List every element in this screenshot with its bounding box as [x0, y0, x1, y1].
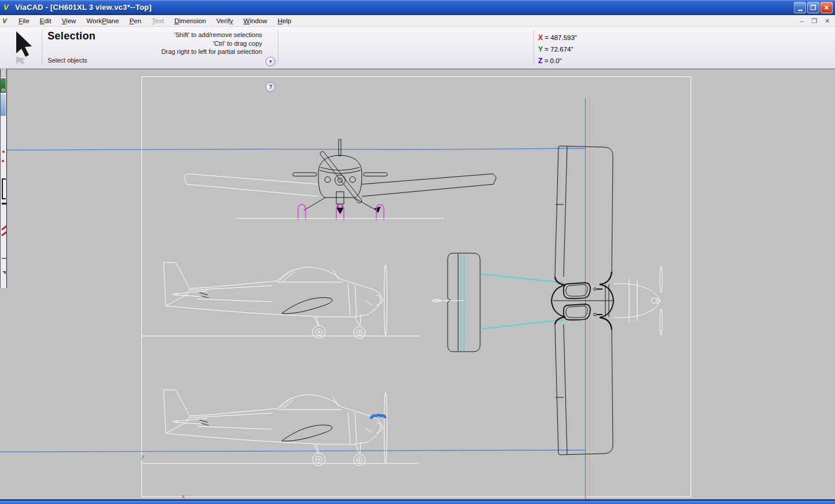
- coordinate-z: Z= 0.0": [538, 55, 577, 67]
- sheet-border: [142, 77, 691, 497]
- left-toolbar-fragment[interactable]: [2, 178, 6, 199]
- title-bar[interactable]: V ViaCAD - [CH601XL 3 view.vc3*--Top] ❐ …: [0, 0, 835, 15]
- left-toolbar-strip[interactable]: G: [0, 69, 7, 288]
- construction-lines-blue[interactable]: [0, 98, 586, 500]
- menu-file[interactable]: File: [13, 16, 35, 25]
- drawing-viewport[interactable]: y x: [0, 69, 835, 499]
- coordinate-value: = 0.0": [544, 57, 562, 64]
- construction-hline-top: [7, 148, 585, 150]
- exhaust-detail-blue: [371, 415, 385, 418]
- left-toolbar-button-g[interactable]: G: [1, 78, 6, 93]
- side-view-middle[interactable]: [141, 262, 419, 338]
- restore-button[interactable]: ❐: [807, 2, 819, 13]
- tool-hint-line: Drag right to left for partial selection: [99, 48, 262, 56]
- coordinate-value: = 72.674": [544, 46, 573, 53]
- selection-cursor-icon: [13, 31, 38, 67]
- coordinate-axis-label: Y: [538, 45, 543, 53]
- left-toolbar-fragment[interactable]: [2, 258, 6, 259]
- mdi-child-icon[interactable]: V: [2, 17, 10, 25]
- menu-text[interactable]: Text: [147, 16, 169, 25]
- left-toolbar-button[interactable]: [1, 70, 6, 77]
- menu-window[interactable]: Window: [238, 16, 273, 25]
- viacad-window: y x: [0, 0, 835, 504]
- mdi-minimize-button[interactable]: –: [797, 17, 806, 24]
- left-toolbar-fragment[interactable]: [2, 151, 5, 153]
- left-toolbar-fragment[interactable]: [2, 160, 4, 162]
- tool-title: Selection: [48, 30, 96, 42]
- construction-hline-bottom: [0, 450, 585, 452]
- axis-label-y: y: [141, 452, 144, 459]
- side-view-bottom[interactable]: [141, 390, 419, 466]
- help-button[interactable]: ?: [266, 82, 275, 92]
- drawing-canvas[interactable]: y x: [0, 70, 835, 500]
- close-button[interactable]: ✕: [821, 2, 833, 13]
- app-icon: V: [3, 3, 13, 12]
- coordinate-axis-label: X: [538, 34, 543, 42]
- coordinate-y: Y= 72.674": [538, 43, 577, 55]
- mdi-close-button[interactable]: ✕: [823, 17, 832, 25]
- mdi-restore-button[interactable]: ❐: [810, 17, 819, 25]
- menu-pen[interactable]: Pen: [124, 16, 146, 25]
- left-toolbar-button-blue[interactable]: [1, 94, 6, 116]
- tool-hint-line: 'Shift' to add/remove selections: [99, 31, 262, 39]
- top-view[interactable]: [432, 146, 662, 455]
- left-toolbar-fragment[interactable]: [1, 231, 6, 236]
- left-toolbar-fragment[interactable]: [1, 225, 6, 230]
- minimize-button[interactable]: [794, 2, 806, 13]
- coordinate-axis-label: Z: [538, 57, 543, 65]
- tool-info-panel: Selection Select objects 'Shift' to add/…: [0, 27, 835, 69]
- menu-verify[interactable]: Verify: [211, 16, 238, 25]
- menu-view[interactable]: View: [56, 16, 81, 25]
- front-view[interactable]: [184, 140, 496, 220]
- menu-help[interactable]: Help: [273, 16, 297, 25]
- coordinate-readout: X= 487.593"Y= 72.674"Z= 0.0": [538, 32, 577, 67]
- expand-options-button[interactable]: ▼: [266, 57, 275, 67]
- coordinate-x: X= 487.593": [538, 32, 577, 43]
- axis-label-x: x: [181, 492, 185, 499]
- tool-hint-line: 'Ctrl' to drag copy: [99, 39, 262, 48]
- menu-workplane[interactable]: WorkPlane: [81, 16, 124, 25]
- tool-description: Select objects: [48, 57, 87, 64]
- window-title: ViaCAD - [CH601XL 3 view.vc3*--Top]: [15, 3, 152, 12]
- panel-separator: [278, 30, 278, 65]
- menu-bar: V FileEditViewWorkPlanePenTextDimensionV…: [0, 15, 835, 27]
- menu-edit[interactable]: Edit: [35, 16, 57, 25]
- coordinate-value: = 487.593": [544, 34, 577, 41]
- panel-separator: [42, 30, 42, 65]
- taskbar-edge[interactable]: [0, 499, 835, 504]
- menu-dimension[interactable]: Dimension: [169, 16, 211, 25]
- left-toolbar-fragment[interactable]: [2, 271, 6, 275]
- panel-separator: [533, 30, 534, 65]
- tool-hints: 'Shift' to add/remove selections'Ctrl' t…: [99, 31, 262, 56]
- left-toolbar-fragment[interactable]: [2, 203, 6, 204]
